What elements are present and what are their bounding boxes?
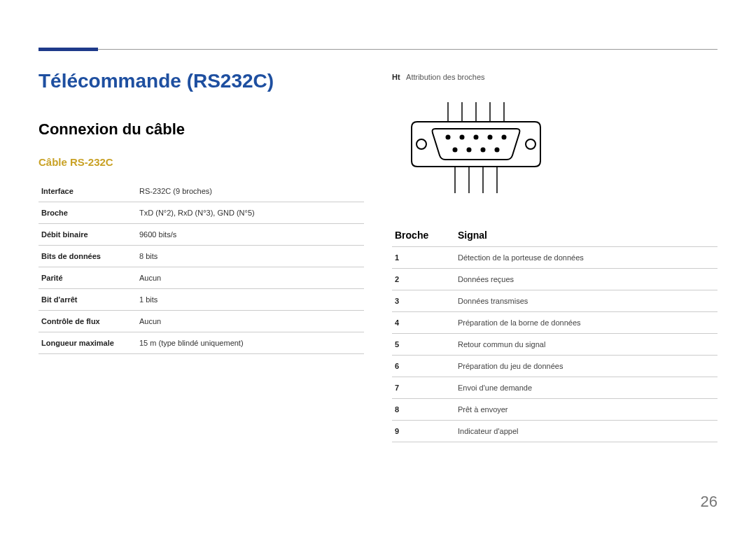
pin-number: 5 [392, 334, 455, 356]
right-column: Ht Attribution des broches [392, 70, 718, 442]
table-row: 3Données transmises [392, 290, 718, 312]
pin-number: 7 [392, 377, 455, 399]
section-title: Connexion du câble [38, 120, 364, 139]
top-accent-bar [38, 48, 98, 51]
db9-connector-diagram [406, 102, 560, 196]
table-row: 4Préparation de la borne de données [392, 312, 718, 334]
pin-signal: Indicateur d'appel [455, 421, 718, 442]
pin-caption: Ht Attribution des broches [392, 73, 718, 81]
spec-label: Interface [38, 181, 136, 202]
svg-point-11 [446, 135, 451, 140]
svg-point-18 [481, 148, 486, 153]
caption-text: Attribution des broches [406, 73, 485, 81]
pin-signal: Données transmises [455, 290, 718, 312]
pin-number: 9 [392, 421, 455, 442]
table-row: 2Données reçues [392, 269, 718, 290]
svg-point-13 [474, 135, 479, 140]
svg-point-14 [488, 135, 493, 140]
pin-number: 2 [392, 269, 455, 290]
pin-header-signal: Signal [455, 224, 718, 247]
table-row: Longueur maximale15 m (type blindé uniqu… [38, 332, 364, 354]
pin-signal: Données reçues [455, 269, 718, 290]
spec-value: Aucun [136, 311, 364, 332]
pin-signal: Prêt à envoyer [455, 399, 718, 421]
pin-signal: Retour commun du signal [455, 334, 718, 356]
table-row: Bits de données8 bits [38, 246, 364, 267]
spec-label: Débit binaire [38, 224, 136, 246]
table-row: 5Retour commun du signal [392, 334, 718, 356]
page-number: 26 [701, 493, 718, 511]
pin-signal: Détection de la porteuse de données [455, 247, 718, 269]
pin-number: 4 [392, 312, 455, 334]
left-column: Télécommande (RS232C) Connexion du câble… [38, 70, 364, 442]
pin-signal: Préparation du jeu de données [455, 356, 718, 377]
table-row: 9Indicateur d'appel [392, 421, 718, 442]
spec-label: Parité [38, 267, 136, 289]
page-content: Télécommande (RS232C) Connexion du câble… [0, 0, 756, 442]
svg-point-15 [502, 135, 507, 140]
svg-point-19 [495, 148, 500, 153]
spec-label: Bit d'arrêt [38, 289, 136, 311]
spec-label: Broche [38, 202, 136, 224]
table-row: 6Préparation du jeu de données [392, 356, 718, 377]
spec-value: 15 m (type blindé uniquement) [136, 332, 364, 354]
table-row: 8Prêt à envoyer [392, 399, 718, 421]
table-row: 1Détection de la porteuse de données [392, 247, 718, 269]
spec-value: 8 bits [136, 246, 364, 267]
pin-signal: Envoi d'une demande [455, 377, 718, 399]
table-row: BrocheTxD (N°2), RxD (N°3), GND (N°5) [38, 202, 364, 224]
spec-value: Aucun [136, 267, 364, 289]
spec-label: Longueur maximale [38, 332, 136, 354]
table-row: ParitéAucun [38, 267, 364, 289]
caption-label: Ht [392, 73, 400, 81]
top-horizontal-rule [98, 49, 718, 50]
table-row: Débit binaire9600 bits/s [38, 224, 364, 246]
svg-point-12 [460, 135, 465, 140]
spec-label: Bits de données [38, 246, 136, 267]
table-row: Bit d'arrêt1 bits [38, 289, 364, 311]
sub-title: Câble RS-232C [38, 156, 364, 168]
table-row: InterfaceRS-232C (9 broches) [38, 181, 364, 202]
page-title: Télécommande (RS232C) [38, 70, 364, 92]
spec-value: RS-232C (9 broches) [136, 181, 364, 202]
pin-number: 3 [392, 290, 455, 312]
svg-point-17 [467, 148, 472, 153]
pin-signal: Préparation de la borne de données [455, 312, 718, 334]
svg-point-16 [453, 148, 458, 153]
table-row: 7Envoi d'une demande [392, 377, 718, 399]
spec-table: InterfaceRS-232C (9 broches)BrocheTxD (N… [38, 181, 364, 354]
spec-value: TxD (N°2), RxD (N°3), GND (N°5) [136, 202, 364, 224]
pin-number: 6 [392, 356, 455, 377]
pin-number: 8 [392, 399, 455, 421]
spec-value: 9600 bits/s [136, 224, 364, 246]
pin-header-broche: Broche [392, 224, 455, 247]
pin-assignment-table: Broche Signal 1Détection de la porteuse … [392, 224, 718, 442]
spec-label: Contrôle de flux [38, 311, 136, 332]
spec-value: 1 bits [136, 289, 364, 311]
table-row: Contrôle de fluxAucun [38, 311, 364, 332]
pin-number: 1 [392, 247, 455, 269]
